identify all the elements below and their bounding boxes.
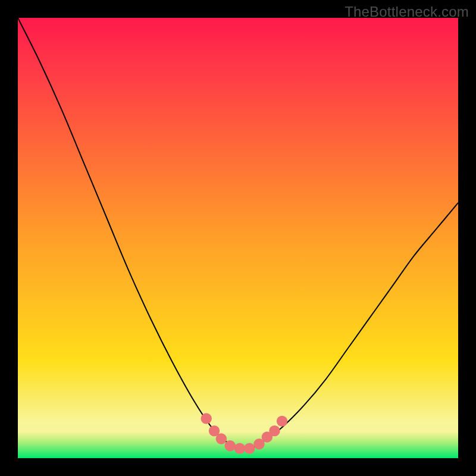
plot-background bbox=[18, 18, 458, 458]
plot-svg bbox=[18, 18, 458, 458]
marker-dot bbox=[244, 443, 255, 454]
marker-dot bbox=[224, 440, 235, 451]
marker-dot bbox=[216, 433, 227, 444]
marker-dot bbox=[269, 425, 280, 436]
marker-dot bbox=[201, 413, 212, 424]
marker-dot bbox=[234, 443, 245, 454]
marker-dot bbox=[277, 416, 287, 427]
chart-frame: TheBottleneck.com bbox=[0, 0, 476, 476]
bottleneck-plot bbox=[18, 18, 458, 458]
